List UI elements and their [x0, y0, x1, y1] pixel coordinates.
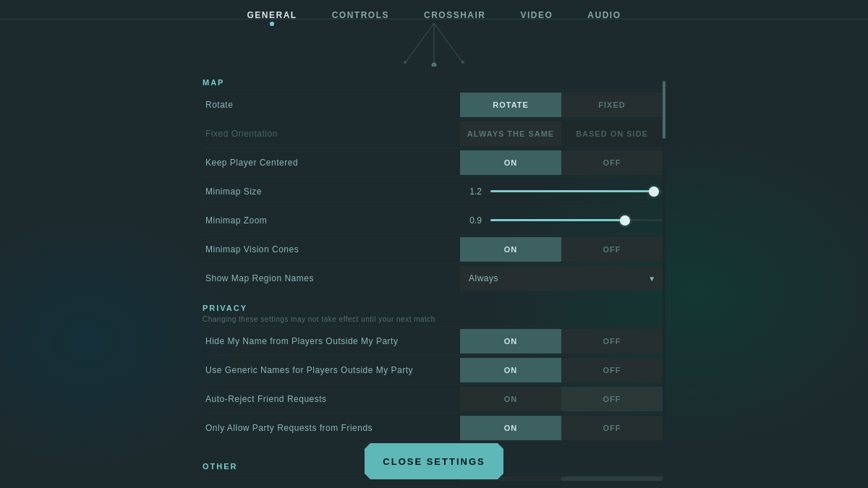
toggle-use-generic-names-off[interactable]: Off	[561, 358, 663, 382]
toggle-keep-player-centered-off[interactable]: Off	[561, 150, 663, 175]
toggle-fixed-orientation-option0[interactable]: Always the Same	[460, 121, 561, 146]
toggle-hide-my-name-off[interactable]: Off	[561, 329, 663, 354]
toggle-auto-reject-friend-off[interactable]: Off	[561, 387, 663, 411]
slider-minimap-size: 1.2	[460, 187, 663, 197]
slider-minimap-size-fill	[490, 190, 654, 192]
scrollbar-thumb[interactable]	[663, 81, 665, 139]
setting-minimap-size: Minimap Size 1.2	[203, 176, 663, 205]
toggle-auto-reject-friend: On Off	[460, 387, 663, 411]
toggle-minimap-vision-cones-off[interactable]: Off	[561, 237, 663, 262]
svg-point-4	[404, 61, 407, 64]
setting-fixed-orientation: Fixed Orientation Always the Same Based …	[203, 119, 663, 147]
setting-minimap-vision-cones: Minimap Vision Cones On Off	[203, 234, 663, 263]
section-header-map: MAP	[203, 67, 663, 90]
label-hide-my-name: Hide My Name from Players Outside My Par…	[203, 336, 460, 346]
setting-rotate: Rotate Rotate Fixed	[203, 90, 663, 119]
decorative-lines	[0, 23, 868, 67]
setting-use-generic-names: Use Generic Names for Players Outside My…	[203, 355, 663, 384]
label-auto-reject-friend: Auto-Reject Friend Requests	[203, 394, 460, 404]
svg-line-1	[434, 23, 463, 63]
section-header-privacy: PRIVACY	[203, 292, 663, 315]
toggle-minimap-vision-cones: On Off	[460, 237, 663, 262]
label-use-generic-names: Use Generic Names for Players Outside My…	[203, 365, 460, 375]
label-keep-player-centered: Keep Player Centered	[203, 158, 460, 168]
tab-general[interactable]: GENERAL	[229, 6, 314, 23]
setting-show-map-region-names: Show Map Region Names Always Never In-Ga…	[203, 263, 663, 292]
toggle-fixed-orientation-option1[interactable]: Based On Side	[561, 121, 663, 146]
main-area: MAP Rotate Rotate Fixed Fixed Orientatio…	[0, 67, 868, 488]
toggle-use-generic-names: On Off	[460, 358, 663, 382]
close-settings-button[interactable]: CLOSE SETTINGS	[365, 443, 503, 479]
slider-minimap-zoom-thumb[interactable]	[620, 215, 630, 226]
toggle-fixed-orientation: Always the Same Based On Side	[460, 121, 663, 146]
slider-minimap-zoom-fill	[490, 219, 625, 221]
toggle-auto-reject-friend-on[interactable]: On	[460, 387, 561, 411]
crosshair-decoration	[362, 23, 506, 67]
toggle-minimap-vision-cones-on[interactable]: On	[460, 237, 561, 262]
privacy-subtitle: Changing these settings may not take eff…	[203, 315, 663, 323]
toggle-use-generic-names-on[interactable]: On	[460, 358, 561, 382]
slider-minimap-size-track[interactable]	[490, 190, 663, 192]
slider-minimap-size-value: 1.2	[460, 187, 482, 197]
select-show-map-region-names[interactable]: Always Never In-Game Only	[460, 266, 663, 291]
settings-window: GENERAL CONTROLS CROSSHAIR VIDEO AUDIO M…	[0, 0, 868, 488]
scrollbar-track[interactable]	[663, 67, 665, 481]
tab-video[interactable]: VIDEO	[503, 6, 571, 23]
toggle-keep-player-centered-on[interactable]: On	[460, 150, 561, 175]
slider-minimap-size-thumb[interactable]	[649, 187, 659, 197]
toggle-rotate-option1[interactable]: Fixed	[561, 93, 663, 117]
toggle-keep-player-centered: On Off	[460, 150, 663, 175]
toggle-hide-my-name-on[interactable]: On	[460, 329, 561, 354]
toggle-hide-my-name: On Off	[460, 329, 663, 354]
tab-controls[interactable]: CONTROLS	[315, 6, 407, 23]
slider-minimap-zoom-value: 0.9	[460, 215, 482, 226]
tab-audio[interactable]: AUDIO	[570, 6, 638, 23]
svg-point-5	[461, 61, 464, 64]
label-rotate: Rotate	[203, 100, 460, 110]
close-btn-container: CLOSE SETTINGS	[0, 432, 868, 488]
settings-panel[interactable]: MAP Rotate Rotate Fixed Fixed Orientatio…	[203, 67, 663, 481]
toggle-rotate: Rotate Fixed	[460, 93, 663, 117]
slider-minimap-zoom-track[interactable]	[490, 219, 663, 221]
label-fixed-orientation: Fixed Orientation	[203, 129, 460, 139]
setting-hide-my-name: Hide My Name from Players Outside My Par…	[203, 326, 663, 355]
label-minimap-size: Minimap Size	[203, 187, 460, 197]
svg-line-0	[405, 23, 434, 63]
label-show-map-region-names: Show Map Region Names	[203, 273, 460, 283]
label-minimap-vision-cones: Minimap Vision Cones	[203, 244, 460, 254]
nav-bar: GENERAL CONTROLS CROSSHAIR VIDEO AUDIO	[0, 0, 868, 23]
setting-auto-reject-friend: Auto-Reject Friend Requests On Off	[203, 384, 663, 413]
label-minimap-zoom: Minimap Zoom	[203, 215, 460, 226]
setting-minimap-zoom: Minimap Zoom 0.9	[203, 205, 663, 234]
setting-keep-player-centered: Keep Player Centered On Off	[203, 147, 663, 176]
panel-container: MAP Rotate Rotate Fixed Fixed Orientatio…	[203, 67, 665, 481]
tab-crosshair[interactable]: CROSSHAIR	[407, 6, 503, 23]
toggle-rotate-option0[interactable]: Rotate	[460, 93, 561, 117]
dropdown-show-map-region-names: Always Never In-Game Only ▼	[460, 266, 663, 291]
slider-minimap-zoom: 0.9	[460, 215, 663, 226]
